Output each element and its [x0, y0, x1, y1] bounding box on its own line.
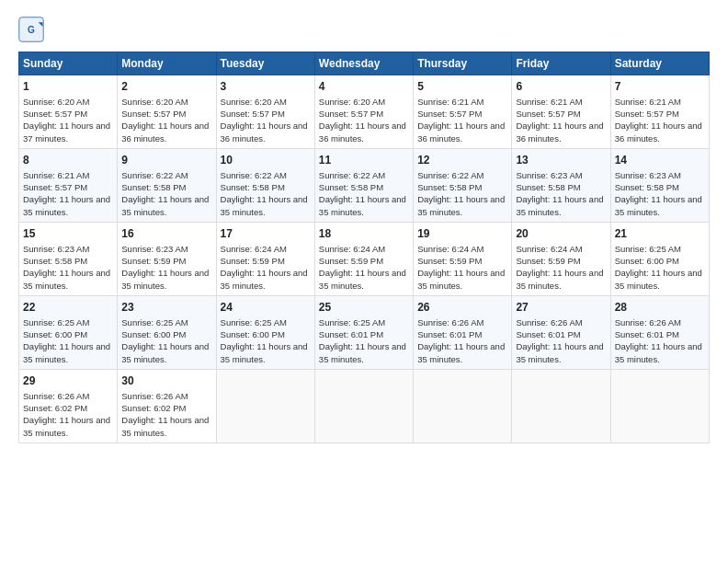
sunset-text: Sunset: 6:02 PM [23, 402, 113, 414]
daylight-text: Daylight: 11 hours and 36 minutes. [615, 120, 705, 144]
sunrise-text: Sunrise: 6:26 AM [23, 390, 113, 402]
daylight-text: Daylight: 11 hours and 35 minutes. [417, 193, 507, 218]
sunset-text: Sunset: 6:00 PM [121, 328, 211, 340]
sunrise-text: Sunrise: 6:25 AM [615, 243, 705, 255]
sunset-text: Sunset: 5:58 PM [417, 181, 507, 193]
header-day-wednesday: Wednesday [314, 52, 413, 75]
sunrise-text: Sunrise: 6:23 AM [516, 169, 606, 181]
calendar-body: 1Sunrise: 6:20 AMSunset: 5:57 PMDaylight… [19, 75, 710, 443]
daylight-text: Daylight: 11 hours and 35 minutes. [221, 267, 311, 292]
sunrise-text: Sunrise: 6:26 AM [417, 316, 507, 328]
sunset-text: Sunset: 5:58 PM [121, 181, 211, 193]
sunrise-text: Sunrise: 6:22 AM [121, 169, 211, 181]
header-row: SundayMondayTuesdayWednesdayThursdayFrid… [19, 52, 710, 75]
calendar-cell: 28Sunrise: 6:26 AMSunset: 6:01 PMDayligh… [610, 295, 709, 369]
daylight-text: Daylight: 11 hours and 35 minutes. [221, 340, 311, 365]
sunrise-text: Sunrise: 6:26 AM [615, 316, 705, 328]
sunset-text: Sunset: 5:58 PM [221, 181, 311, 193]
sunrise-text: Sunrise: 6:21 AM [516, 96, 606, 108]
daylight-text: Daylight: 11 hours and 35 minutes. [615, 340, 705, 365]
calendar-cell: 24Sunrise: 6:25 AMSunset: 6:00 PMDayligh… [216, 295, 314, 369]
calendar-table: SundayMondayTuesdayWednesdayThursdayFrid… [18, 52, 710, 443]
calendar-cell [610, 369, 709, 442]
day-number: 4 [319, 79, 409, 95]
sunset-text: Sunset: 5:57 PM [615, 108, 705, 120]
week-row-4: 29Sunrise: 6:26 AMSunset: 6:02 PMDayligh… [19, 369, 710, 442]
daylight-text: Daylight: 11 hours and 35 minutes. [121, 267, 211, 292]
day-number: 28 [615, 300, 705, 316]
day-number: 21 [615, 226, 705, 242]
daylight-text: Daylight: 11 hours and 35 minutes. [417, 340, 507, 365]
calendar-cell: 5Sunrise: 6:21 AMSunset: 5:57 PMDaylight… [414, 75, 512, 149]
sunset-text: Sunset: 6:01 PM [516, 328, 606, 340]
sunrise-text: Sunrise: 6:26 AM [121, 390, 211, 402]
day-number: 29 [23, 373, 113, 389]
sunset-text: Sunset: 6:01 PM [615, 328, 705, 340]
week-row-1: 8Sunrise: 6:21 AMSunset: 5:57 PMDaylight… [19, 148, 710, 222]
header-day-thursday: Thursday [414, 52, 512, 75]
daylight-text: Daylight: 11 hours and 35 minutes. [23, 414, 113, 439]
sunrise-text: Sunrise: 6:24 AM [516, 243, 606, 255]
sunset-text: Sunset: 5:59 PM [516, 255, 606, 267]
sunset-text: Sunset: 6:02 PM [121, 402, 211, 414]
day-number: 11 [319, 153, 409, 168]
sunrise-text: Sunrise: 6:23 AM [121, 243, 211, 255]
daylight-text: Daylight: 11 hours and 35 minutes. [121, 193, 211, 218]
calendar-cell: 14Sunrise: 6:23 AMSunset: 5:58 PMDayligh… [610, 148, 709, 222]
day-number: 16 [121, 226, 211, 242]
sunrise-text: Sunrise: 6:25 AM [221, 316, 311, 328]
sunrise-text: Sunrise: 6:20 AM [121, 96, 211, 108]
sunrise-text: Sunrise: 6:24 AM [319, 243, 409, 255]
day-number: 30 [121, 373, 211, 389]
daylight-text: Daylight: 11 hours and 36 minutes. [516, 120, 606, 144]
day-number: 12 [417, 153, 507, 168]
svg-text:G: G [28, 25, 35, 35]
sunset-text: Sunset: 6:01 PM [319, 328, 409, 340]
calendar-cell: 11Sunrise: 6:22 AMSunset: 5:58 PMDayligh… [314, 148, 413, 222]
sunrise-text: Sunrise: 6:22 AM [319, 169, 409, 181]
header-day-friday: Friday [512, 52, 610, 75]
daylight-text: Daylight: 11 hours and 35 minutes. [417, 267, 507, 292]
daylight-text: Daylight: 11 hours and 35 minutes. [23, 193, 113, 218]
day-number: 8 [23, 153, 113, 168]
calendar-cell: 10Sunrise: 6:22 AMSunset: 5:58 PMDayligh… [216, 148, 314, 222]
sunrise-text: Sunrise: 6:24 AM [221, 243, 311, 255]
daylight-text: Daylight: 11 hours and 36 minutes. [417, 120, 507, 144]
calendar-cell: 2Sunrise: 6:20 AMSunset: 5:57 PMDaylight… [118, 75, 216, 149]
day-number: 14 [615, 153, 705, 168]
calendar-cell: 18Sunrise: 6:24 AMSunset: 5:59 PMDayligh… [314, 222, 413, 295]
calendar-cell: 12Sunrise: 6:22 AMSunset: 5:58 PMDayligh… [414, 148, 512, 222]
calendar-cell: 4Sunrise: 6:20 AMSunset: 5:57 PMDaylight… [314, 75, 413, 149]
calendar-cell: 30Sunrise: 6:26 AMSunset: 6:02 PMDayligh… [118, 369, 216, 442]
day-number: 17 [221, 226, 311, 242]
calendar-cell: 20Sunrise: 6:24 AMSunset: 5:59 PMDayligh… [512, 222, 610, 295]
calendar-cell: 16Sunrise: 6:23 AMSunset: 5:59 PMDayligh… [118, 222, 216, 295]
daylight-text: Daylight: 11 hours and 36 minutes. [221, 120, 311, 144]
calendar-cell: 27Sunrise: 6:26 AMSunset: 6:01 PMDayligh… [512, 295, 610, 369]
day-number: 13 [516, 153, 606, 168]
calendar-cell: 6Sunrise: 6:21 AMSunset: 5:57 PMDaylight… [512, 75, 610, 149]
sunrise-text: Sunrise: 6:25 AM [319, 316, 409, 328]
daylight-text: Daylight: 11 hours and 36 minutes. [319, 120, 409, 144]
sunset-text: Sunset: 5:59 PM [221, 255, 311, 267]
sunrise-text: Sunrise: 6:25 AM [121, 316, 211, 328]
sunset-text: Sunset: 6:00 PM [221, 328, 311, 340]
calendar-cell: 17Sunrise: 6:24 AMSunset: 5:59 PMDayligh… [216, 222, 314, 295]
day-number: 22 [23, 300, 113, 316]
day-number: 3 [221, 79, 311, 95]
daylight-text: Daylight: 11 hours and 35 minutes. [121, 414, 211, 439]
week-row-3: 22Sunrise: 6:25 AMSunset: 6:00 PMDayligh… [19, 295, 710, 369]
calendar-cell: 13Sunrise: 6:23 AMSunset: 5:58 PMDayligh… [512, 148, 610, 222]
sunset-text: Sunset: 5:57 PM [221, 108, 311, 120]
sunset-text: Sunset: 5:58 PM [615, 181, 705, 193]
sunrise-text: Sunrise: 6:23 AM [615, 169, 705, 181]
day-number: 2 [121, 79, 211, 95]
day-number: 23 [121, 300, 211, 316]
sunset-text: Sunset: 5:59 PM [121, 255, 211, 267]
day-number: 19 [417, 226, 507, 242]
sunrise-text: Sunrise: 6:25 AM [23, 316, 113, 328]
calendar-cell [314, 369, 413, 442]
sunset-text: Sunset: 5:57 PM [417, 108, 507, 120]
day-number: 26 [417, 300, 507, 316]
daylight-text: Daylight: 11 hours and 35 minutes. [615, 267, 705, 292]
